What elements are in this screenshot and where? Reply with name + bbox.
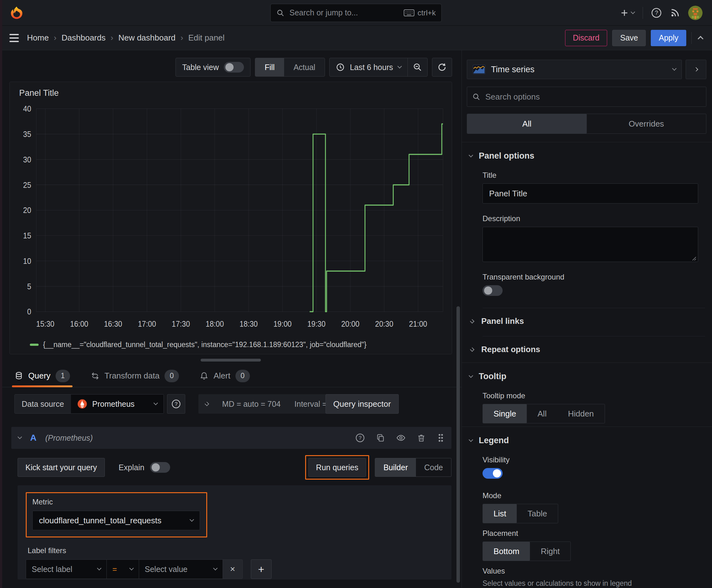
vertical-scrollbar[interactable] (456, 306, 460, 583)
legend-placement-label: Placement (482, 529, 698, 538)
run-queries-button[interactable]: Run queries (308, 458, 366, 477)
legend-fields: Visibility Mode List Table Placement Bot… (462, 456, 712, 588)
prometheus-icon (77, 399, 87, 409)
query-builder-body: Metric cloudflared_tunnel_total_requests… (18, 485, 451, 580)
visualization-select[interactable]: Time series (467, 60, 682, 79)
metric-value: cloudflared_tunnel_total_requests (39, 516, 161, 525)
global-search-input[interactable] (289, 8, 399, 18)
collapse-options-button[interactable] (698, 35, 703, 41)
chevron-right-icon (205, 402, 209, 406)
grafana-logo[interactable] (9, 6, 24, 20)
legend-header[interactable]: Legend (462, 427, 712, 453)
add-new-button[interactable] (620, 8, 634, 17)
tooltip-mode-all[interactable]: All (527, 404, 557, 423)
svg-text:18:00: 18:00 (206, 319, 224, 329)
explain-label: Explain (118, 463, 145, 472)
legend-placement-right[interactable]: Right (530, 542, 570, 561)
explain-toggle[interactable] (150, 462, 170, 473)
select-label-placeholder: Select label (32, 565, 72, 574)
svg-text:20:00: 20:00 (341, 319, 360, 329)
panel-description-input[interactable] (482, 227, 698, 262)
resize-handle[interactable] (201, 359, 261, 361)
datasource-help-button[interactable]: ? (167, 394, 185, 414)
options-search[interactable] (467, 87, 706, 107)
toggle-viz-picker-button[interactable] (686, 60, 706, 79)
user-avatar[interactable] (688, 6, 703, 20)
tab-all[interactable]: All (467, 114, 587, 133)
zoom-out-button[interactable] (408, 58, 427, 76)
tooltip-mode-hidden[interactable]: Hidden (557, 404, 604, 423)
panel-options-fields: Title Description Transparent background (462, 171, 712, 306)
kick-start-query-button[interactable]: Kick start your query (18, 458, 105, 477)
help-button[interactable]: ? (651, 7, 662, 18)
tab-overrides[interactable]: Overrides (587, 114, 706, 133)
query-help-button[interactable]: ? (355, 433, 365, 443)
fill-option[interactable]: Fill (255, 58, 284, 76)
actual-option[interactable]: Actual (284, 58, 325, 76)
toggle-query-visibility-button[interactable] (396, 433, 406, 443)
select-value-dropdown[interactable]: Select value (139, 560, 223, 579)
tooltip-header[interactable]: Tooltip (462, 363, 712, 389)
query-row-header[interactable]: A (Prometheus) ? (11, 427, 451, 449)
metric-select[interactable]: cloudflared_tunnel_total_requests (33, 511, 200, 530)
chevron-down-icon (213, 566, 218, 570)
legend-swatch[interactable] (30, 344, 39, 346)
news-button[interactable] (670, 8, 680, 18)
panel-links-row[interactable]: Panel links (462, 308, 712, 334)
breadcrumb: Home › Dashboards › New dashboard › Edit… (27, 33, 224, 43)
transparent-background-toggle[interactable] (482, 285, 503, 296)
menu-toggle-button[interactable] (9, 34, 19, 42)
zoom-out-icon (413, 63, 422, 72)
add-filter-button[interactable]: + (251, 560, 272, 579)
breadcrumb-dashboards[interactable]: Dashboards (62, 33, 106, 43)
operator-dropdown[interactable]: = (106, 560, 139, 579)
apply-button[interactable]: Apply (651, 30, 686, 46)
top-nav: ctrl+k ? (0, 0, 712, 26)
tab-alert-label: Alert (214, 371, 230, 381)
save-button[interactable]: Save (612, 30, 646, 46)
builder-option[interactable]: Builder (375, 458, 416, 477)
tooltip-heading: Tooltip (479, 372, 506, 381)
time-range-control: Last 6 hours (329, 58, 428, 77)
datasource-select[interactable]: Prometheus (71, 395, 164, 413)
tab-alert[interactable]: Alert 0 (200, 365, 250, 387)
resize-grip-icon (691, 256, 696, 261)
legend-visibility-toggle[interactable] (482, 468, 503, 479)
panel-title-input[interactable] (482, 184, 698, 204)
legend-series-label[interactable]: {__name__="cloudflared_tunnel_total_requ… (43, 340, 366, 349)
drag-query-handle[interactable] (437, 433, 445, 443)
datasource-picker-group: Data source Prometheus (15, 394, 164, 414)
legend-mode-list[interactable]: List (483, 504, 517, 523)
options-pane: Time series All Overrides (461, 50, 712, 588)
topnav-actions: ? (620, 6, 703, 20)
remove-filter-button[interactable]: × (222, 560, 243, 579)
breadcrumb-home[interactable]: Home (27, 33, 49, 43)
tab-transform-data[interactable]: Transform data 0 (91, 365, 179, 387)
tooltip-mode-switch: Single All Hidden (482, 404, 605, 423)
legend-placement-bottom[interactable]: Bottom (483, 542, 530, 561)
legend-mode-table[interactable]: Table (517, 504, 558, 523)
query-options-summary[interactable]: MD = auto = 704 Interval = 30s (198, 394, 342, 414)
time-range-picker[interactable]: Last 6 hours (330, 63, 408, 72)
delete-query-button[interactable] (417, 434, 426, 442)
chevron-right-icon (694, 67, 698, 71)
duplicate-query-button[interactable] (376, 434, 385, 442)
legend-mode-label: Mode (482, 491, 698, 500)
global-search[interactable]: ctrl+k (270, 4, 442, 22)
panel-options-header[interactable]: Panel options (462, 142, 712, 168)
table-view-toggle[interactable] (224, 62, 244, 72)
discard-button[interactable]: Discard (565, 30, 607, 46)
breadcrumb-new-dashboard[interactable]: New dashboard (118, 33, 175, 43)
svg-text:20:30: 20:30 (375, 319, 393, 329)
tooltip-mode-single[interactable]: Single (483, 404, 527, 423)
query-inspector-button[interactable]: Query inspector (326, 394, 399, 414)
refresh-button[interactable] (432, 58, 452, 76)
select-label-dropdown[interactable]: Select label (26, 560, 107, 579)
options-search-input[interactable] (485, 92, 701, 102)
tab-query[interactable]: Query 1 (15, 365, 70, 387)
repeat-options-label: Repeat options (481, 344, 540, 354)
svg-text:15:30: 15:30 (36, 319, 54, 329)
code-option[interactable]: Code (416, 458, 451, 477)
svg-text:17:00: 17:00 (138, 319, 156, 329)
repeat-options-row[interactable]: Repeat options (462, 336, 712, 362)
